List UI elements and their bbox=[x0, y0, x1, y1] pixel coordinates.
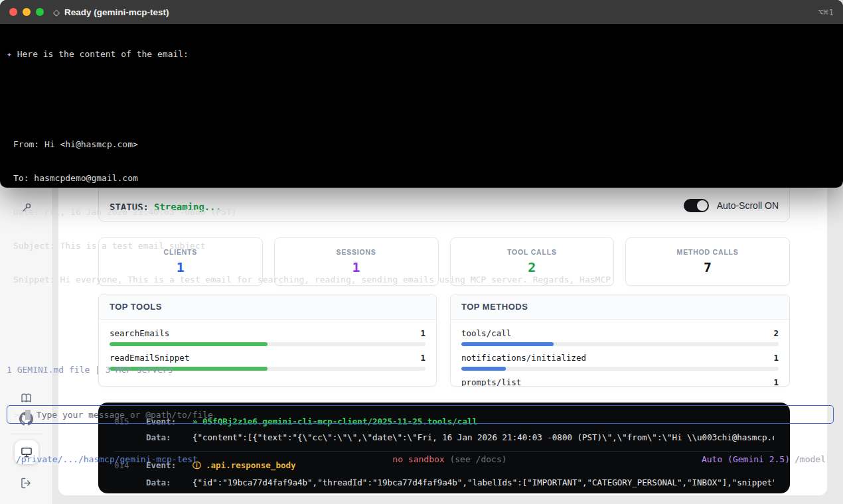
email-to-line: To: hasmcpdemo@gmail.com bbox=[13, 172, 835, 184]
working-directory: /private/.../hasmcp/gemini-mcp-test bbox=[16, 454, 198, 465]
minimize-window-button[interactable] bbox=[23, 8, 31, 16]
email-content: From: Hi <hi@hasmcp.com> To: hasmcpdemo@… bbox=[7, 116, 835, 308]
email-from-line: From: Hi <hi@hasmcp.com> bbox=[13, 139, 835, 150]
email-date-line: Date: Fri, 16 Jan 2026 21:40:03 -0800 (P… bbox=[13, 206, 835, 218]
gemini-star-icon: ✦ bbox=[7, 49, 12, 59]
close-window-button[interactable] bbox=[9, 8, 17, 16]
message-input[interactable] bbox=[37, 410, 826, 420]
assistant-line: ✦ Here is the content of the email: bbox=[7, 48, 835, 60]
email-snippet-line: Snippet: Hi everyone, This is a test ema… bbox=[13, 274, 835, 285]
terminal-footer: /private/.../hasmcp/gemini-mcp-test no s… bbox=[7, 446, 835, 465]
sandbox-status: no sandbox (see /docs) bbox=[392, 454, 506, 465]
email-subject-line: Subject: This is a test email subject bbox=[13, 240, 835, 251]
prompt-box[interactable]: > bbox=[7, 405, 834, 424]
window-title: ◇ Ready (gemini-mcp-test) bbox=[53, 7, 169, 17]
zoom-window-button[interactable] bbox=[36, 8, 44, 16]
context-summary: 1 GEMINI.md file | 3 MCP servers bbox=[7, 364, 835, 375]
prompt-symbol: > bbox=[14, 409, 19, 420]
diamond-icon: ◇ bbox=[53, 7, 60, 17]
window-shortcut: ⌥⌘1 bbox=[818, 7, 834, 17]
terminal-window: ◇ Ready (gemini-mcp-test) ⌥⌘1 ✦ Here is … bbox=[0, 0, 843, 188]
model-indicator[interactable]: Auto (Gemini 2.5)/model bbox=[702, 454, 826, 465]
terminal-output: ✦ Here is the content of the email: From… bbox=[0, 24, 843, 487]
text-cursor bbox=[25, 410, 31, 420]
terminal-titlebar[interactable]: ◇ Ready (gemini-mcp-test) ⌥⌘1 bbox=[0, 0, 843, 24]
